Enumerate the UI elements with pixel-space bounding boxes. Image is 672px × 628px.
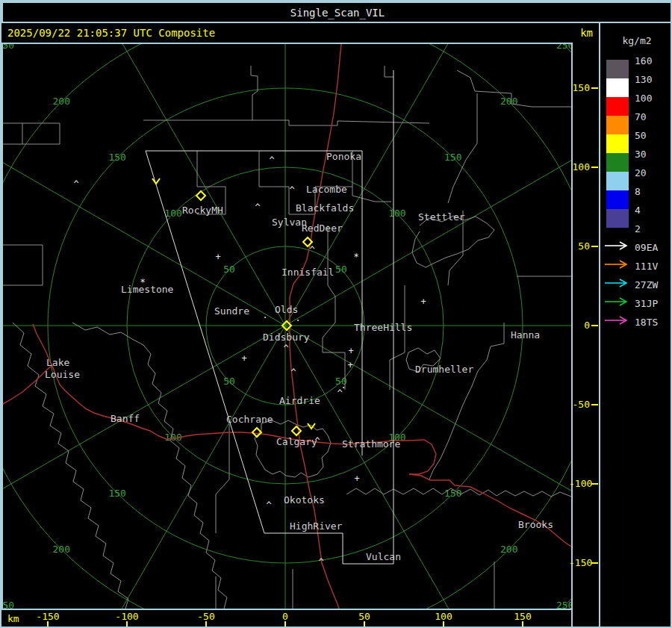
scale-label-4: 4 [635,205,669,215]
city-label-threehills: ThreeHills [354,322,412,333]
ring-label-150: 150 [108,488,125,499]
scale-swatch-20 [606,172,629,190]
city-label-louise: Louise [45,369,80,380]
point-marker: * [140,277,145,287]
ring-label-200: 200 [500,96,517,107]
track-id-label: 31JP [635,298,658,309]
track-legend-item-09EA[interactable]: 09EA [603,240,672,255]
scale-swatch-160 [606,60,629,78]
scale-swatch-70 [606,116,629,134]
boundary-line [255,420,331,477]
boundary-line [216,423,229,533]
track-arrow-icon [603,240,632,252]
city-label-drumheller: Drumheller [415,364,473,375]
point-marker: + [420,296,426,307]
ring-label-50: 50 [223,264,235,275]
boundary-line [251,66,258,120]
point-marker: · [340,382,346,393]
radial-line-240 [1,326,285,610]
radar-app-window: Single_Scan_VIL 2025/09/22 21:05:37 UTC … [0,0,672,628]
boundary-line [412,216,494,267]
boundary-line [143,120,429,125]
ring-label-50: 50 [335,264,347,275]
point-marker: ^ [289,185,294,196]
scale-label-30: 30 [635,149,669,159]
bottom-axis-tick [364,621,365,627]
bottom-axis-tick [522,621,523,627]
ring-label-100: 100 [164,208,181,219]
track-legend-item-18TS[interactable]: 18TS [603,314,672,329]
ring-label-200: 200 [500,544,517,555]
right-axis-label--150: -150 [569,558,590,568]
right-axis-tick [591,483,598,485]
scale-label-8: 8 [635,187,669,196]
ring-label-250: 250 [556,40,573,51]
city-label-airdrie: Airdrie [279,395,320,406]
map-right-border [571,43,573,628]
ring-label-200: 200 [52,544,69,555]
city-label-brooks: Brooks [518,519,553,530]
point-marker: ^ [309,245,314,255]
city-label-calgary: Calgary [276,436,317,447]
right-axis-tick [591,404,598,405]
point-marker: ^ [255,202,260,213]
track-id-label: 18TS [635,317,658,328]
track-arrow-icon [603,277,632,289]
city-label-highriver: HighRiver [290,520,343,532]
point-marker: + [354,473,359,484]
storm-cell-diamond-icon [196,191,205,200]
right-axis-tick [591,87,598,89]
boundary-line [1,123,60,144]
point-marker: ^ [318,557,323,568]
track-legend-item-27ZW[interactable]: 27ZW [603,277,672,292]
scale-swatch-50 [606,134,629,153]
scale-label-50: 50 [635,131,669,140]
highway-line [409,474,571,547]
ring-label-250: 250 [1,40,14,51]
bottom-axis-tick [126,621,128,627]
boundary-line [72,323,227,609]
right-axis-tick [591,325,598,326]
point-marker: · [262,312,267,323]
boundary-line [429,323,504,479]
city-label-okotoks: Okotoks [284,494,325,506]
point-marker: ^ [283,343,288,354]
boundary-line [323,226,345,390]
scale-swatch-8 [606,190,629,209]
city-label-reddeer: RedDeer [302,223,343,234]
right-axis-label-0: 0 [569,320,590,331]
scale-label-2: 2 [635,224,669,234]
point-marker: + [241,353,246,364]
scale-swatch-130 [606,78,629,97]
track-legend-item-31JP[interactable]: 31JP [603,296,672,311]
ring-label-50: 50 [223,376,235,387]
radar-map-canvas[interactable]: 5050505010010010010015015015015020020020… [1,1,573,610]
track-arrow-icon [603,314,632,326]
right-axis-label-100: 100 [569,162,590,172]
city-label-lake: Lake [46,357,69,368]
storm-cell-diamond-icon [292,426,301,435]
city-label-hanna: Hanna [511,329,540,341]
track-legend-item-111V[interactable]: 111V [603,258,672,273]
ring-label-150: 150 [108,152,125,163]
city-label-cochrane: Cochrane [226,414,273,425]
scale-swatch-4 [606,209,629,228]
boundary-line [1,245,43,285]
radial-line-210 [1,326,285,610]
scale-swatch-30 [606,153,629,172]
track-id-label: 27ZW [635,279,658,290]
ring-label-100: 100 [388,208,405,219]
right-axis-label--100: -100 [569,479,590,489]
point-marker: ^ [269,155,274,166]
scale-label-70: 70 [635,112,669,122]
point-marker: ^ [73,179,78,190]
boundary-line [13,323,128,609]
right-axis-tick [591,167,598,168]
city-label-vulcan: Vulcan [366,551,401,562]
storm-motion-arrow-icon [152,178,160,184]
bottom-axis-tick [47,621,49,627]
bottom-axis-label-150: 150 [506,612,539,622]
bottom-axis-label-0: 0 [269,612,302,622]
point-marker: ^ [290,367,296,378]
right-axis-tick [591,246,598,247]
